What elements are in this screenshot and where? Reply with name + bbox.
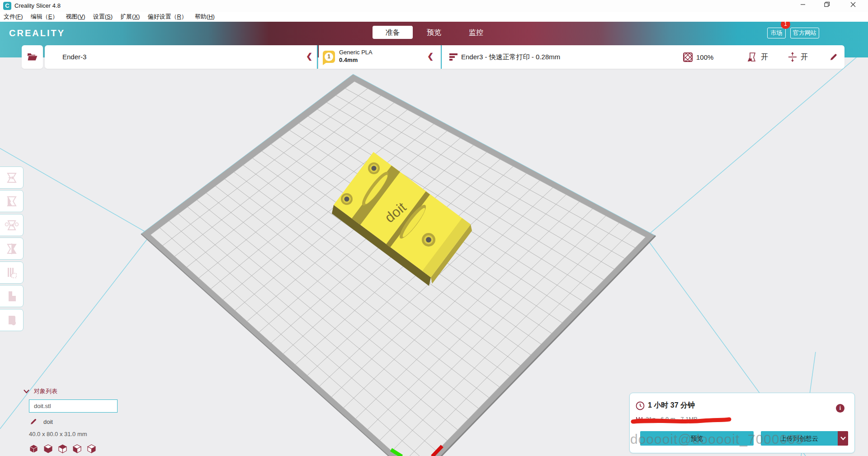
support-value: 开 bbox=[761, 52, 768, 62]
menu-edit[interactable]: 编辑（E） bbox=[31, 13, 58, 21]
print-settings-panel[interactable]: Ender3 - 快速正常打印 - 0.28mm 100% 开 开 bbox=[442, 45, 844, 69]
material-name: Generic PLA bbox=[339, 49, 373, 56]
tab-monitor[interactable]: 监控 bbox=[465, 26, 487, 39]
menu-view[interactable]: 视图(V) bbox=[66, 13, 85, 21]
market-button[interactable]: 市场 bbox=[767, 28, 786, 38]
move-tool-button[interactable] bbox=[0, 166, 24, 189]
upload-dropdown-button[interactable] bbox=[838, 431, 848, 446]
infill-setting[interactable]: 100% bbox=[683, 45, 713, 69]
menu-preferences[interactable]: 偏好设置（R） bbox=[147, 13, 187, 21]
view-right-button[interactable] bbox=[87, 444, 96, 453]
adhesion-value: 开 bbox=[801, 52, 808, 62]
adhesion-setting[interactable]: 开 bbox=[788, 45, 808, 69]
view-left-button[interactable] bbox=[72, 444, 82, 453]
app-title: Creality Slicer 4.8 bbox=[14, 0, 61, 12]
model-hole bbox=[341, 193, 353, 205]
rotate-tool-button[interactable] bbox=[0, 214, 24, 236]
clock-icon bbox=[636, 401, 645, 410]
menu-extensions[interactable]: 扩展(X) bbox=[120, 13, 140, 21]
menu-settings[interactable]: 设置(S) bbox=[93, 13, 113, 21]
profile-bars-icon bbox=[449, 53, 458, 61]
print-profile-label: Ender3 - 快速正常打印 - 0.28mm bbox=[461, 45, 560, 69]
view-3d-button[interactable] bbox=[29, 444, 38, 453]
support-icon bbox=[747, 52, 757, 62]
printer-name: Ender-3 bbox=[62, 45, 86, 69]
info-icon[interactable]: i bbox=[836, 404, 844, 413]
tab-preview[interactable]: 预览 bbox=[423, 26, 445, 39]
chevron-down-icon bbox=[24, 390, 29, 394]
edit-settings-button[interactable] bbox=[829, 45, 838, 69]
open-file-button[interactable] bbox=[22, 45, 43, 69]
mirror-tool-button[interactable] bbox=[0, 238, 24, 260]
infill-icon bbox=[683, 52, 693, 62]
restore-button[interactable] bbox=[817, 0, 837, 12]
chevron-left-icon: ❮ bbox=[427, 45, 434, 69]
title-bar: C Creality Slicer 4.8 bbox=[0, 0, 868, 12]
chevron-left-icon: ❮ bbox=[306, 45, 312, 69]
model-hole bbox=[368, 162, 380, 174]
view-top-button[interactable] bbox=[58, 444, 67, 453]
object-list-item[interactable]: doit bbox=[30, 418, 53, 425]
material-selector[interactable]: 1 Generic PLA 0.4mm ❮ bbox=[319, 45, 442, 69]
model-hole bbox=[422, 233, 435, 247]
menu-file[interactable]: 文件(F) bbox=[4, 13, 23, 21]
object-list-title: 对象列表 bbox=[34, 387, 57, 395]
scale-tool-button[interactable] bbox=[0, 190, 24, 212]
object-filename-input[interactable] bbox=[29, 399, 118, 413]
mesh-type-tool-button[interactable] bbox=[0, 309, 24, 331]
print-time: 1 小时 37 分钟 bbox=[648, 401, 695, 410]
adhesion-icon bbox=[788, 52, 797, 62]
printer-selector[interactable]: Ender-3 ❮ bbox=[45, 45, 318, 69]
creality-logo: CREALITY bbox=[9, 28, 65, 38]
minimize-button[interactable] bbox=[793, 0, 813, 12]
view-orientation-buttons bbox=[29, 444, 96, 453]
folder-icon bbox=[27, 52, 38, 62]
pencil-icon bbox=[30, 418, 37, 425]
official-website-button[interactable]: 官方网站 bbox=[790, 28, 819, 38]
close-button[interactable] bbox=[843, 0, 863, 12]
red-scribble-annotation bbox=[631, 416, 732, 426]
infill-value: 100% bbox=[696, 53, 713, 61]
support-setting[interactable]: 开 bbox=[747, 45, 768, 69]
material-badge-icon: 1 bbox=[323, 51, 335, 63]
pencil-icon bbox=[829, 53, 838, 62]
account-watermark: dooooit@dooooit_7000005 bbox=[630, 432, 804, 447]
per-model-settings-tool-button[interactable] bbox=[0, 261, 24, 284]
object-name: doit bbox=[43, 418, 53, 425]
nozzle-size: 0.4mm bbox=[339, 57, 358, 63]
object-list-header[interactable]: 对象列表 bbox=[24, 387, 57, 395]
menu-bar: 文件(F) 编辑（E） 视图(V) 设置(S) 扩展(X) 偏好设置（R） 帮助… bbox=[0, 12, 868, 22]
menu-help[interactable]: 帮助(H) bbox=[195, 13, 215, 21]
app-logo-icon: C bbox=[3, 2, 11, 10]
view-front-button[interactable] bbox=[43, 444, 53, 453]
tab-prepare[interactable]: 准备 bbox=[373, 26, 413, 39]
object-dimensions: 40.0 x 80.0 x 31.0 mm bbox=[29, 431, 87, 437]
support-blocker-tool-button[interactable] bbox=[0, 285, 24, 307]
chevron-down-icon bbox=[840, 437, 846, 440]
